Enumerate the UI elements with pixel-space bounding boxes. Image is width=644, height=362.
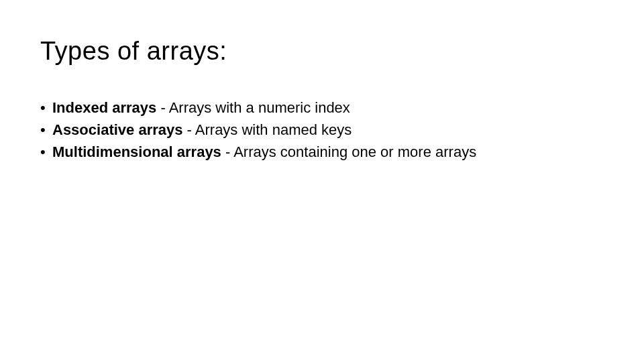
slide-title: Types of arrays: (40, 37, 604, 66)
list-item: Multidimensional arrays - Arrays contain… (40, 142, 604, 163)
bullet-description: - Arrays with named keys (182, 121, 352, 138)
bullet-term: Associative arrays (52, 121, 182, 138)
bullet-description: - Arrays with a numeric index (156, 99, 350, 116)
list-item: Associative arrays - Arrays with named k… (40, 120, 604, 141)
bullet-list: Indexed arrays - Arrays with a numeric i… (40, 98, 604, 162)
bullet-description: - Arrays containing one or more arrays (221, 143, 476, 160)
bullet-term: Multidimensional arrays (52, 143, 221, 160)
bullet-term: Indexed arrays (52, 99, 156, 116)
list-item: Indexed arrays - Arrays with a numeric i… (40, 98, 604, 119)
